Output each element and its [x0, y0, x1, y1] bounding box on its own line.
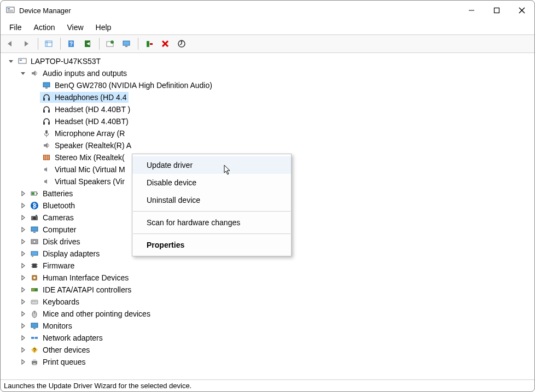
tree-item-label: Audio inputs and outputs — [43, 67, 127, 79]
tree-item-label: Disk drives — [43, 236, 80, 248]
context-menu-item[interactable]: Scan for hardware changes — [132, 214, 291, 231]
update-driver-button[interactable] — [142, 37, 157, 51]
device-tree[interactable]: LAPTOP-U47KS53TAudio inputs and outputsB… — [1, 53, 534, 379]
svg-rect-32 — [45, 130, 48, 134]
context-menu-item[interactable]: Disable device — [132, 174, 291, 191]
forward-button[interactable] — [19, 37, 34, 51]
menu-help[interactable]: Help — [90, 22, 117, 33]
chevron-right-icon[interactable] — [19, 262, 27, 270]
tree-item-label: Virtual Mic (Virtual M — [55, 163, 125, 175]
monitor-button[interactable] — [119, 37, 135, 51]
tree-category[interactable]: IDE ATA/ATAPI controllers — [5, 284, 534, 296]
tree-item-label: Monitors — [43, 320, 72, 332]
context-menu: Update driverDisable deviceUninstall dev… — [132, 154, 292, 256]
tree-device[interactable]: Headphones (HD 4.4 — [5, 91, 534, 103]
chevron-right-icon[interactable] — [19, 310, 27, 318]
context-menu-item[interactable]: Update driver — [132, 156, 291, 174]
tree-item-label: Speaker (Realtek(R) A — [55, 139, 131, 151]
status-text: Launches the Update Driver Wizard for th… — [4, 382, 191, 390]
chevron-right-icon[interactable] — [19, 250, 27, 258]
tree-item-label: Print queues — [43, 356, 86, 368]
close-button[interactable] — [509, 1, 534, 20]
tree-device[interactable]: Microphone Array (R — [5, 127, 534, 139]
tree-category[interactable]: Keyboards — [5, 296, 534, 308]
tree-category[interactable]: Mice and other pointing devices — [5, 308, 534, 320]
driver-update-button[interactable] — [175, 37, 190, 51]
chevron-right-icon[interactable] — [19, 274, 27, 282]
app-icon — [6, 6, 15, 15]
action-button[interactable] — [80, 37, 96, 51]
chevron-down-icon[interactable] — [19, 69, 27, 77]
toolbar-separator — [99, 38, 100, 50]
svg-rect-18 — [147, 41, 149, 47]
svg-rect-3 — [8, 11, 13, 11]
tree-category[interactable]: ?Other devices — [5, 344, 534, 356]
scan-button[interactable] — [103, 37, 118, 51]
chevron-right-icon[interactable] — [19, 322, 27, 330]
minimize-button[interactable] — [459, 1, 484, 20]
svg-rect-45 — [31, 227, 38, 231]
svg-rect-44 — [36, 215, 37, 216]
remove-button[interactable] — [158, 37, 173, 51]
show-hidden-button[interactable] — [42, 37, 57, 51]
menu-view[interactable]: View — [61, 22, 89, 33]
tree-item-label: Other devices — [43, 344, 90, 356]
back-button[interactable] — [3, 37, 18, 51]
svg-rect-27 — [48, 98, 50, 101]
tree-category[interactable]: Monitors — [5, 320, 534, 332]
chevron-right-icon[interactable] — [19, 190, 27, 197]
context-menu-item[interactable]: Uninstall device — [132, 191, 291, 209]
svg-rect-75 — [33, 363, 36, 365]
context-menu-item[interactable]: Properties — [132, 236, 291, 254]
tree-category[interactable]: Firmware — [5, 260, 534, 272]
chevron-down-icon[interactable] — [7, 57, 15, 65]
tree-item-label: Headset (HD 4.40BT) — [55, 115, 129, 127]
speaker-icon — [30, 68, 39, 78]
tree-category[interactable]: Print queues — [5, 356, 534, 368]
chevron-right-icon[interactable] — [19, 286, 27, 294]
tree-item-label: Cameras — [43, 212, 74, 224]
chevron-right-icon[interactable] — [19, 334, 27, 342]
svg-rect-30 — [43, 122, 45, 125]
microphone-icon — [42, 128, 51, 138]
svg-rect-64 — [36, 301, 37, 302]
tree-device[interactable]: Speaker (Realtek(R) A — [5, 139, 534, 151]
tree-device[interactable]: Headset (HD 4.40BT ) — [5, 103, 534, 115]
chevron-right-icon[interactable] — [19, 214, 27, 221]
menu-file[interactable]: File — [4, 22, 27, 33]
tree-item-label: Display adapters — [43, 248, 100, 260]
menu-bar: File Action View Help — [1, 20, 534, 34]
computer-root-icon — [18, 56, 27, 66]
toolbar-separator — [38, 38, 38, 50]
maximize-button[interactable] — [484, 1, 509, 20]
svg-rect-26 — [43, 98, 45, 101]
menu-action[interactable]: Action — [28, 22, 61, 33]
svg-rect-23 — [20, 60, 22, 61]
chevron-right-icon[interactable] — [19, 298, 27, 306]
monitor-icon — [42, 80, 51, 90]
tree-category[interactable]: Human Interface Devices — [5, 272, 534, 284]
chevron-right-icon[interactable] — [19, 202, 27, 209]
status-bar: Launches the Update Driver Wizard for th… — [1, 379, 534, 391]
tree-category[interactable]: Network adapters — [5, 332, 534, 344]
help-button[interactable]: ? — [64, 37, 79, 51]
chevron-right-icon[interactable] — [19, 358, 27, 366]
network-icon — [30, 333, 39, 343]
svg-rect-31 — [48, 122, 50, 125]
tree-category-audio[interactable]: Audio inputs and outputs — [5, 67, 534, 79]
svg-text:?: ? — [33, 347, 36, 353]
tree-root[interactable]: LAPTOP-U47KS53T — [5, 55, 534, 67]
tree-device[interactable]: Headset (HD 4.40BT) — [5, 115, 534, 127]
tree-item-label: Batteries — [43, 188, 73, 200]
tree-item-label: IDE ATA/ATAPI controllers — [43, 284, 131, 296]
context-menu-separator — [133, 233, 290, 234]
tree-item-label: Stereo Mix (Realtek( — [55, 151, 125, 163]
tree-item-label: Keyboards — [43, 296, 79, 308]
svg-point-48 — [33, 241, 36, 243]
tree-device[interactable]: BenQ GW2780 (NVIDIA High Definition Audi… — [5, 79, 534, 91]
chevron-right-icon[interactable] — [19, 238, 27, 245]
svg-rect-46 — [33, 232, 36, 233]
chevron-right-icon[interactable] — [19, 226, 27, 233]
chevron-right-icon[interactable] — [19, 346, 27, 354]
tree-item-label: Microphone Array (R — [55, 127, 125, 139]
